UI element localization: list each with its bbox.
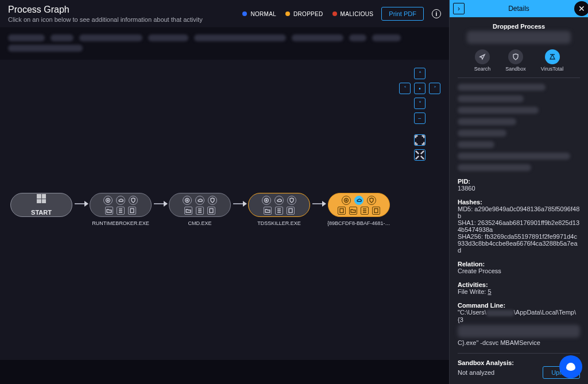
sha256-value: SHA256: fb3269cda55197891f2fe9971d4c933d… [458, 233, 580, 254]
dot-malicious-icon [332, 11, 337, 16]
legend-normal: NORMAL [242, 11, 276, 17]
search-action-label: Search [474, 66, 491, 72]
start-node[interactable]: START [10, 193, 72, 217]
pan-down-button[interactable]: ˅ [414, 98, 425, 109]
doc-icon[interactable] [338, 207, 346, 215]
info-icon[interactable]: i [432, 9, 441, 18]
process-node-col: TDSSKILLER.EXE [248, 193, 310, 226]
svg-rect-12 [374, 208, 378, 212]
graph-canvas[interactable]: ˄ ˂ • ˃ ˅ − START [0, 60, 449, 384]
process-node-runtimebroker[interactable] [90, 193, 152, 217]
relation-value: Create Process [458, 267, 580, 274]
doc-icon[interactable] [207, 207, 215, 215]
nav-pad: ˄ ˂ • ˃ ˅ − [399, 68, 441, 162]
list-icon[interactable] [117, 207, 125, 215]
bottom-bar [0, 360, 449, 384]
doc-icon[interactable] [287, 207, 295, 215]
md5-value: MD5: a290e9849a0c0948136a785f5096f48b [458, 205, 580, 219]
shield-icon[interactable] [129, 196, 138, 205]
dot-normal-icon [242, 11, 247, 16]
shield-icon[interactable] [367, 196, 376, 205]
start-label: START [31, 209, 52, 216]
hashes-label: Hashes: [458, 199, 580, 205]
cmdline-label: Command Line: [458, 302, 580, 309]
recenter-button[interactable]: • [414, 83, 425, 94]
windows-icon [37, 194, 46, 203]
breadcrumb [0, 28, 449, 60]
sandbox-analysis-value: Not analyzed [458, 369, 494, 376]
header-left: Process Graph Click on an icon below to … [8, 5, 203, 23]
start-node-col: START [10, 193, 72, 226]
header-bar: Process Graph Click on an icon below to … [0, 0, 449, 28]
svg-point-4 [187, 200, 188, 201]
details-section-title: Dropped Process [458, 23, 580, 30]
print-pdf-button[interactable]: Print PDF [381, 7, 424, 21]
folder-icon[interactable] [349, 207, 357, 215]
details-title: Details [508, 5, 529, 13]
svg-rect-2 [130, 208, 134, 212]
pan-right-button[interactable]: ˃ [429, 83, 440, 94]
connector-icon [75, 203, 87, 204]
sha1-value: SHA1: 2635246aab68176901ff9b2e825d134b54… [458, 219, 580, 233]
sandbox-action-button[interactable] [508, 49, 523, 64]
svg-rect-11 [340, 208, 343, 212]
redacted-fields [458, 84, 580, 171]
activities-value: File Write: 5 [458, 288, 580, 295]
main-area: Process Graph Click on an icon below to … [0, 0, 449, 384]
pan-left-button[interactable]: ˂ [399, 83, 411, 94]
search-action-button[interactable] [475, 49, 490, 64]
svg-point-9 [345, 198, 349, 202]
connector-icon [233, 203, 246, 204]
details-panel: › Details ✕ Dropped Process Search Sandb… [449, 0, 588, 384]
node-label: {89BCFDF8-BBAF-4681-9E… [327, 220, 390, 226]
legend-dropped-label: DROPPED [293, 11, 323, 17]
doc-icon[interactable] [128, 207, 136, 215]
shield-icon[interactable] [287, 196, 296, 205]
cloud-icon[interactable] [195, 196, 204, 205]
folder-icon[interactable] [105, 207, 113, 215]
cloud-icon[interactable] [116, 196, 125, 205]
fit-button[interactable] [414, 134, 425, 146]
pid-value: 13860 [458, 185, 580, 192]
node-label: RUNTIMEBROKER.EXE [92, 220, 149, 226]
svg-rect-8 [289, 208, 292, 212]
list-icon[interactable] [361, 207, 369, 215]
cloud-icon[interactable] [274, 196, 284, 205]
legend-dropped: DROPPED [285, 11, 323, 17]
list-icon[interactable] [275, 207, 283, 215]
process-flow: START [10, 193, 390, 226]
pan-up-button[interactable]: ˄ [414, 68, 425, 79]
virustotal-action-label: VirusTotal [541, 66, 563, 72]
folder-icon[interactable] [264, 207, 272, 215]
process-node-tdsskiller[interactable] [248, 193, 310, 217]
relation-label: Relation: [458, 261, 580, 267]
doc2-icon[interactable] [372, 207, 380, 215]
node-label: TDSSKILLER.EXE [257, 220, 301, 226]
chat-bubble-button[interactable] [559, 355, 582, 378]
eye-icon[interactable] [342, 196, 351, 205]
dot-dropped-icon [285, 11, 290, 16]
folder-icon[interactable] [184, 207, 192, 215]
virustotal-action-button[interactable] [545, 49, 560, 64]
start-spacer [41, 220, 42, 226]
eye-icon[interactable] [262, 196, 271, 205]
zoom-out-button[interactable]: − [414, 113, 425, 124]
pid-label: PID: [458, 178, 580, 185]
collapse-icon[interactable]: › [453, 3, 465, 14]
svg-rect-5 [210, 208, 213, 212]
close-icon[interactable]: ✕ [574, 1, 588, 16]
fullscreen-button[interactable] [414, 149, 425, 161]
shield-icon[interactable] [208, 196, 217, 205]
process-node-cmd[interactable] [169, 193, 231, 217]
eye-icon[interactable] [183, 196, 192, 205]
process-node-dropped[interactable] [328, 193, 390, 217]
list-icon[interactable] [196, 207, 204, 215]
cloud-icon[interactable] [354, 196, 363, 205]
action-row: Search Sandbox VirusTotal [458, 49, 580, 72]
process-node-col: RUNTIMEBROKER.EXE [90, 193, 152, 226]
eye-icon[interactable] [103, 196, 113, 205]
file-write-count-link[interactable]: 5 [488, 288, 491, 295]
header-right: NORMAL DROPPED MALICIOUS Print PDF i [242, 7, 441, 21]
sandbox-action-label: Sandbox [505, 66, 526, 72]
connector-icon [154, 203, 167, 204]
